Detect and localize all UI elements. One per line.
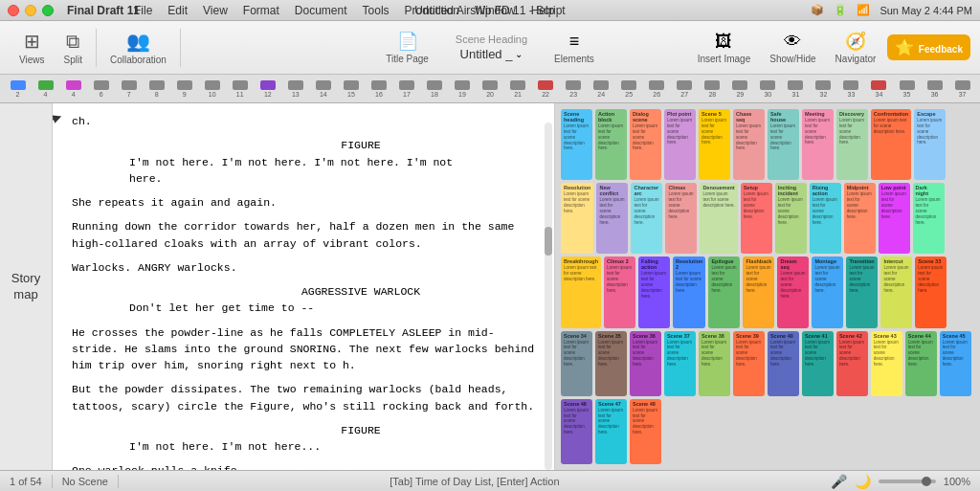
story-map-card-11[interactable]: ResolutionLorem ipsum text for scene des…: [561, 183, 593, 254]
story-map-card-47[interactable]: Scene 48Lorem ipsum text for scene descr…: [630, 399, 661, 464]
ruler-scene-17[interactable]: 20: [477, 75, 504, 102]
ruler-scene-15[interactable]: 18: [420, 75, 448, 102]
story-map-card-46[interactable]: Scene 47Lorem ipsum text for scene descr…: [595, 399, 627, 464]
menu-file[interactable]: File: [134, 4, 152, 17]
ruler-scene-18[interactable]: 21: [504, 75, 532, 102]
story-map-card-4[interactable]: Scene 5Lorem ipsum text for scene descri…: [699, 109, 730, 180]
ruler-scene-29[interactable]: 32: [810, 75, 837, 102]
story-map-card-30[interactable]: TransitionLorem ipsum text for scene des…: [846, 257, 878, 327]
story-map-card-10[interactable]: EscapeLorem ipsum text for scene descrip…: [914, 109, 946, 180]
story-map-card-3[interactable]: Plot pointLorem ipsum text for scene des…: [664, 109, 696, 180]
ruler-scene-12[interactable]: 15: [337, 75, 365, 102]
menu-edit[interactable]: Edit: [167, 4, 188, 17]
scrollbar-thumb[interactable]: [545, 227, 552, 256]
story-map-card-44[interactable]: Scene 45Lorem ipsum text for scene descr…: [940, 331, 971, 396]
show-hide-button[interactable]: 👁 Show/Hide: [762, 28, 823, 68]
story-map-card-23[interactable]: Climax 2Lorem ipsum text for scene descr…: [604, 257, 635, 327]
close-button[interactable]: [8, 5, 19, 16]
story-map-card-16[interactable]: SetupLorem ipsum text for scene descript…: [741, 183, 772, 254]
feedback-button[interactable]: ⭐ Feedback: [887, 34, 970, 60]
story-map-card-21[interactable]: Dark nightLorem ipsum text for scene des…: [913, 183, 945, 254]
ruler-scene-22[interactable]: 25: [615, 75, 643, 102]
ruler-scene-20[interactable]: 23: [560, 75, 588, 102]
story-map-card-14[interactable]: ClimaxLorem ipsum text for scene descrip…: [665, 183, 697, 254]
ruler-scene-5[interactable]: 8: [143, 75, 170, 102]
ruler-scene-21[interactable]: 24: [588, 75, 615, 102]
script-content[interactable]: ch. FIGURE I'm not here. I'm not here. I…: [53, 103, 554, 470]
story-map-card-27[interactable]: FlashbackLorem ipsum text for scene desc…: [743, 257, 774, 327]
story-map-card-26[interactable]: EpilogueLorem ipsum text for scene descr…: [708, 257, 740, 327]
ruler-scene-13[interactable]: 16: [365, 75, 392, 102]
story-map-card-29[interactable]: MontageLorem ipsum text for scene descri…: [812, 257, 843, 327]
story-map-card-18[interactable]: Rising actionLorem ipsum text for scene …: [810, 183, 841, 254]
story-map-card-25[interactable]: Resolution 2Lorem ipsum text for scene d…: [673, 257, 705, 327]
ruler-scene-19[interactable]: 22: [532, 75, 560, 102]
scene-heading-selector[interactable]: Scene Heading Untitled _ ⌄: [456, 33, 527, 61]
story-map-card-22[interactable]: BreakthroughLorem ipsum text for scene d…: [561, 257, 601, 327]
maximize-button[interactable]: [42, 5, 54, 16]
ruler-scene-4[interactable]: 7: [115, 75, 143, 102]
ruler-scene-11[interactable]: 14: [309, 75, 337, 102]
minimize-button[interactable]: [25, 5, 36, 16]
ruler-scene-2[interactable]: 4: [59, 75, 87, 102]
story-map-card-39[interactable]: Scene 40Lorem ipsum text for scene descr…: [768, 331, 799, 396]
story-map-card-41[interactable]: Scene 42Lorem ipsum text for scene descr…: [836, 331, 868, 396]
ruler-scene-23[interactable]: 26: [643, 75, 671, 102]
story-map-card-33[interactable]: Scene 34Lorem ipsum text for scene descr…: [561, 331, 592, 396]
ruler-scene-7[interactable]: 10: [198, 75, 226, 102]
story-map-card-34[interactable]: Scene 35Lorem ipsum text for scene descr…: [595, 331, 627, 396]
story-map-card-36[interactable]: Scene 37Lorem ipsum text for scene descr…: [664, 331, 696, 396]
ruler-scene-6[interactable]: 9: [170, 75, 198, 102]
story-map-card-17[interactable]: Inciting incidentLorem ipsum text for sc…: [775, 183, 807, 254]
story-map-card-12[interactable]: New conflictLorem ipsum text for scene d…: [596, 183, 628, 254]
ruler-scene-1[interactable]: 4: [32, 75, 59, 102]
story-map-card-37[interactable]: Scene 38Lorem ipsum text for scene descr…: [699, 331, 730, 396]
ruler-scene-14[interactable]: 17: [392, 75, 420, 102]
story-map-card-38[interactable]: Scene 39Lorem ipsum text for scene descr…: [733, 331, 765, 396]
menu-document[interactable]: Document: [295, 4, 347, 17]
ruler-scene-0[interactable]: 2: [4, 75, 32, 102]
ruler-scene-30[interactable]: 33: [837, 75, 865, 102]
story-map-card-24[interactable]: Falling actionLorem ipsum text for scene…: [638, 257, 670, 327]
menu-view[interactable]: View: [203, 4, 228, 17]
story-map-card-40[interactable]: Scene 41Lorem ipsum text for scene descr…: [802, 331, 834, 396]
story-map-card-5[interactable]: Chase seqLorem ipsum text for scene desc…: [733, 109, 765, 180]
ruler-scene-26[interactable]: 29: [726, 75, 754, 102]
story-map-card-45[interactable]: Scene 46Lorem ipsum text for scene descr…: [561, 399, 592, 464]
story-map-card-20[interactable]: Low pointLorem ipsum text for scene desc…: [879, 183, 910, 254]
story-map-panel[interactable]: Scene headingLorem ipsum text for scene …: [555, 103, 980, 470]
story-map-card-1[interactable]: Action blockLorem ipsum text for scene d…: [595, 109, 627, 180]
menu-tools[interactable]: Tools: [363, 4, 390, 17]
story-map-card-42[interactable]: Scene 43Lorem ipsum text for scene descr…: [871, 331, 902, 396]
menu-format[interactable]: Format: [243, 4, 279, 17]
story-map-card-6[interactable]: Safe houseLorem ipsum text for scene des…: [768, 109, 799, 180]
ruler-scene-33[interactable]: 36: [921, 75, 948, 102]
ruler-scene-31[interactable]: 34: [865, 75, 893, 102]
ruler-scene-9[interactable]: 12: [254, 75, 281, 102]
story-map-card-2[interactable]: Dialog sceneLorem ipsum text for scene d…: [630, 109, 661, 180]
zoom-slider[interactable]: [879, 480, 936, 483]
story-map-card-32[interactable]: Scene 33Lorem ipsum text for scene descr…: [915, 257, 947, 327]
ruler-scene-16[interactable]: 19: [449, 75, 477, 102]
title-page-button[interactable]: 📄 Title Page: [378, 27, 436, 68]
ruler-scene-32[interactable]: 35: [893, 75, 921, 102]
story-map-card-13[interactable]: Character arcLorem ipsum text for scene …: [631, 183, 662, 254]
ruler-scene-8[interactable]: 11: [226, 75, 254, 102]
ruler-scene-24[interactable]: 27: [671, 75, 699, 102]
insert-image-button[interactable]: 🖼 Insert Image: [690, 28, 759, 68]
story-map-card-19[interactable]: MidpointLorem ipsum text for scene descr…: [844, 183, 876, 254]
story-map-card-15[interactable]: DenouementLorem ipsum text for scene des…: [700, 183, 737, 254]
collaboration-button[interactable]: 👥 Collaboration: [100, 26, 176, 69]
ruler-scene-27[interactable]: 30: [754, 75, 782, 102]
ruler-scene-10[interactable]: 13: [281, 75, 309, 102]
navigator-button[interactable]: 🧭 Navigator: [828, 27, 884, 68]
split-button[interactable]: ⧉ Split: [55, 27, 92, 69]
ruler-scene-28[interactable]: 31: [782, 75, 810, 102]
story-map-card-28[interactable]: Dream seqLorem ipsum text for scene desc…: [777, 257, 809, 327]
ruler-scene-34[interactable]: 37: [948, 75, 976, 102]
zoom-thumb[interactable]: [922, 477, 931, 486]
ruler-scene-3[interactable]: 6: [87, 75, 115, 102]
story-map-card-7[interactable]: MeetingLorem ipsum text for scene descri…: [802, 109, 834, 180]
story-map-card-9[interactable]: ConfrontationLorem ipsum text for scene …: [871, 109, 911, 180]
ruler-scene-25[interactable]: 28: [699, 75, 726, 102]
